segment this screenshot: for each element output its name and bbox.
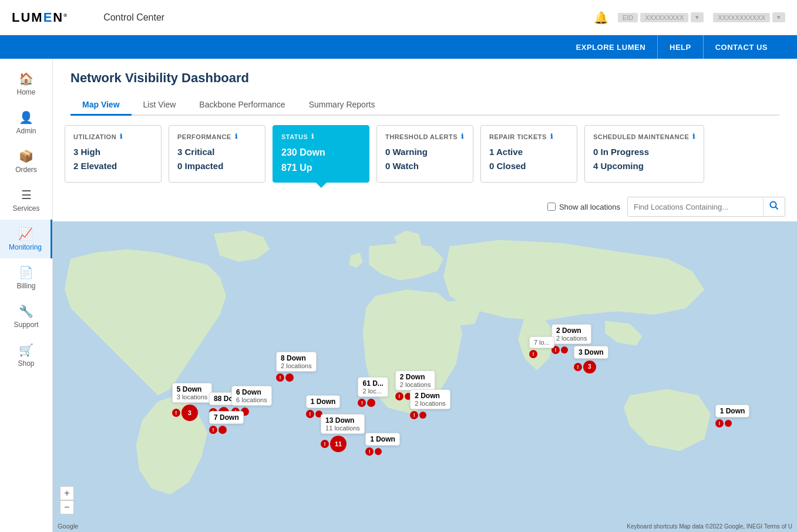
marker-8down[interactable]: 8 Down 2 locations ! [276, 352, 317, 382]
svg-line-1 [776, 207, 778, 210]
app-title: Control Center [103, 12, 164, 23]
google-label: Google [58, 523, 78, 530]
services-icon: ☰ [21, 188, 32, 202]
bell-icon[interactable]: 🔔 [594, 11, 608, 25]
sidebar-label-monitoring: Monitoring [9, 243, 42, 251]
sidebar: 🏠 Home 👤 Admin 📦 Orders ☰ Services 📈 Mon… [0, 59, 53, 532]
tab-backbone-performance[interactable]: Backbone Performance [187, 95, 297, 116]
user-chevron-icon[interactable]: ▾ [772, 12, 785, 22]
map-area[interactable]: 5 Down 3 locations ! 3 88 Down ! [53, 221, 797, 532]
map-controls: Show all locations [53, 192, 797, 221]
marker-13down[interactable]: 13 Down 11 locations ! 11 [321, 414, 365, 452]
sidebar-item-support[interactable]: 🔧 Support [0, 297, 52, 336]
marker-3down-europe[interactable]: 3 Down ! 3 [574, 346, 608, 373]
main-layout: 🏠 Home 👤 Admin 📦 Orders ☰ Services 📈 Mon… [0, 59, 797, 532]
content-area: Network Visibility Dashboard Map View Li… [53, 59, 797, 532]
sidebar-item-monitoring[interactable]: 📈 Monitoring [0, 220, 52, 258]
sidebar-label-shop: Shop [18, 359, 34, 368]
sidebar-label-admin: Admin [16, 127, 36, 135]
card-tooltip [315, 182, 327, 188]
marker-5down[interactable]: 5 Down 3 locations ! 3 [172, 383, 213, 421]
card-performance[interactable]: PERFORMANCE ℹ 3 Critical 0 Impacted [169, 125, 265, 183]
marker-7down[interactable]: 7 Down ! [209, 411, 244, 434]
sidebar-item-billing[interactable]: 📄 Billing [0, 258, 52, 297]
info-icon-utilization[interactable]: ℹ [120, 133, 123, 140]
tab-bar: Map View List View Backbone Performance … [70, 95, 779, 116]
blue-nav: EXPLORE LUMEN HELP CONTACT US [0, 35, 797, 59]
sidebar-item-services[interactable]: ☰ Services [0, 181, 52, 220]
monitoring-icon: 📈 [18, 227, 33, 241]
info-icon-repair[interactable]: ℹ [550, 133, 553, 140]
logo: LUMEN® [12, 10, 68, 25]
tab-list-view[interactable]: List View [132, 95, 188, 116]
page-title: Network Visibility Dashboard [70, 70, 779, 86]
home-icon: 🏠 [19, 72, 33, 86]
sidebar-label-orders: Orders [15, 166, 37, 174]
show-all-checkbox[interactable] [547, 203, 556, 211]
marker-1down-b[interactable]: 1 Down ! [365, 433, 400, 456]
card-threshold-alerts[interactable]: THRESHOLD ALERTS ℹ 0 Warning 0 Watch [376, 125, 473, 183]
info-icon-maintenance[interactable]: ℹ [692, 133, 695, 140]
search-button[interactable] [763, 197, 785, 216]
card-scheduled-maintenance[interactable]: SCHEDULED MAINTENANCE ℹ 0 In Progress 4 … [584, 125, 704, 183]
marker-1down-middleeast[interactable]: 1 Down ! [715, 405, 750, 427]
card-status[interactable]: STATUS ℹ 230 Down 871 Up [273, 125, 369, 183]
sidebar-label-support: Support [14, 321, 38, 329]
tab-summary-reports[interactable]: Summary Reports [297, 95, 387, 116]
info-icon-status[interactable]: ℹ [311, 133, 314, 140]
info-icon-performance[interactable]: ℹ [235, 133, 238, 140]
map-copyright: Keyboard shortcuts Map data ©2022 Google… [627, 523, 792, 530]
map-zoom-controls: + − [60, 486, 74, 514]
marker-61down[interactable]: 61 D... 2 loc... ! [358, 377, 388, 407]
sidebar-label-billing: Billing [16, 282, 35, 290]
marker-7loc[interactable]: 7 lo... ! [529, 336, 554, 358]
explore-lumen-link[interactable]: EXPLORE LUMEN [564, 35, 658, 59]
sidebar-item-orders[interactable]: 📦 Orders [0, 142, 52, 181]
sidebar-item-shop[interactable]: 🛒 Shop [0, 336, 52, 375]
orders-icon: 📦 [19, 149, 33, 163]
zoom-out-button[interactable]: − [60, 500, 74, 514]
search-input[interactable] [628, 199, 763, 215]
eid-chevron-icon[interactable]: ▾ [691, 12, 704, 22]
contact-us-link[interactable]: CONTACT US [704, 35, 779, 59]
summary-cards: UTILIZATION ℹ 3 High 2 Elevated PERFORMA… [53, 116, 797, 192]
billing-icon: 📄 [19, 265, 33, 280]
support-icon: 🔧 [19, 304, 33, 318]
sidebar-label-home: Home [16, 88, 35, 96]
show-all-locations-label[interactable]: Show all locations [547, 203, 620, 211]
tab-map-view[interactable]: Map View [70, 95, 132, 116]
card-repair-tickets[interactable]: REPAIR TICKETS ℹ 1 Active 0 Closed [480, 125, 577, 183]
shop-icon: 🛒 [19, 343, 33, 357]
admin-icon: 👤 [19, 110, 33, 124]
header-username: XXXXXXXXXXX ▾ [713, 12, 785, 22]
page-header: Network Visibility Dashboard Map View Li… [53, 59, 797, 116]
help-link[interactable]: HELP [658, 35, 704, 59]
top-header: LUMEN® Control Center 🔔 EID XXXXXXXXX ▾ … [0, 0, 797, 35]
svg-point-0 [771, 202, 776, 208]
info-icon-threshold[interactable]: ℹ [461, 133, 464, 140]
sidebar-item-admin[interactable]: 👤 Admin [0, 103, 52, 142]
card-utilization[interactable]: UTILIZATION ℹ 3 High 2 Elevated [65, 125, 162, 183]
sidebar-item-home[interactable]: 🏠 Home [0, 65, 52, 103]
marker-2down-b[interactable]: 2 Down 2 locations ! [410, 389, 450, 419]
zoom-in-button[interactable]: + [60, 486, 74, 500]
search-box [627, 197, 785, 217]
header-eid: EID XXXXXXXXX ▾ [618, 12, 704, 22]
sidebar-label-services: Services [12, 204, 39, 213]
